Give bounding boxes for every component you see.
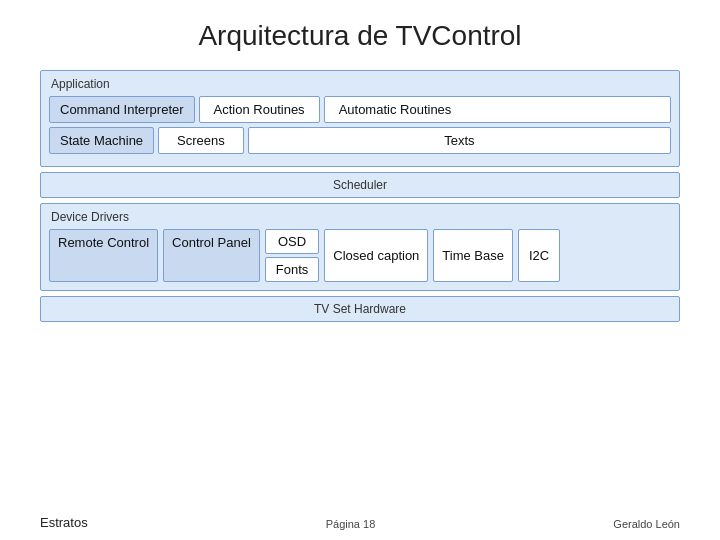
state-machine-box: State Machine <box>49 127 154 154</box>
footer-estratos: Estratos <box>40 515 88 530</box>
screens-box: Screens <box>158 127 244 154</box>
time-base-box: Time Base <box>433 229 513 282</box>
remote-control-box: Remote Control <box>49 229 158 282</box>
i2c-box: I2C <box>518 229 560 282</box>
control-panel-box: Control Panel <box>163 229 260 282</box>
osd-box: OSD <box>265 229 320 254</box>
application-section: Application Command Interpreter Action R… <box>40 70 680 167</box>
command-interpreter-box: Command Interpreter <box>49 96 195 123</box>
texts-box: Texts <box>248 127 671 154</box>
action-routines-box: Action Routines <box>199 96 320 123</box>
closed-caption-box: Closed caption <box>324 229 428 282</box>
fonts-box: Fonts <box>265 257 320 282</box>
osd-group: OSD Fonts <box>265 229 320 282</box>
scheduler-box: Scheduler <box>40 172 680 198</box>
device-drivers-section: Device Drivers Remote Control Control Pa… <box>40 203 680 291</box>
tv-set-hardware-box: TV Set Hardware <box>40 296 680 322</box>
automatic-routines-box: Automatic Routines <box>324 96 671 123</box>
page-title: Arquitectura de TVControl <box>40 20 680 52</box>
application-label: Application <box>49 77 671 91</box>
footer-author: Geraldo León <box>613 518 680 530</box>
device-drivers-label: Device Drivers <box>49 210 671 224</box>
footer-page: Página 18 <box>326 518 376 530</box>
footer: Estratos Página 18 Geraldo León <box>40 511 680 530</box>
